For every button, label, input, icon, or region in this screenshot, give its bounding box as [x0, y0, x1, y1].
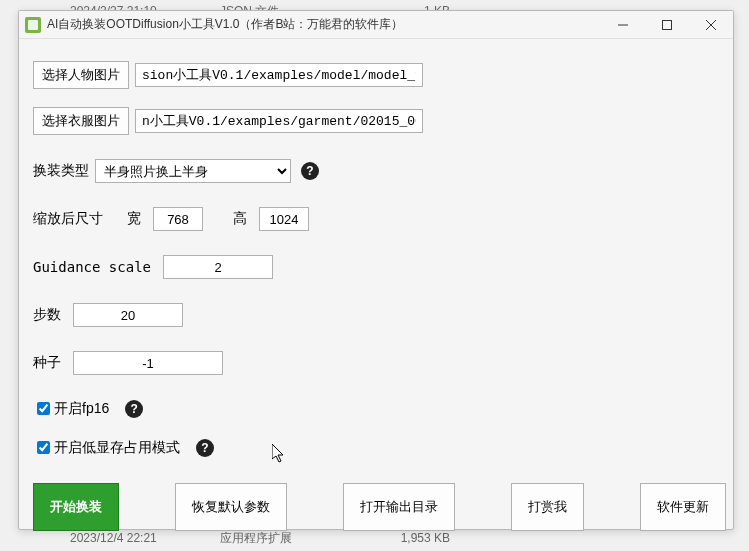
seed-label: 种子	[33, 354, 61, 372]
close-icon	[706, 20, 716, 30]
guidance-label: Guidance scale	[33, 259, 151, 275]
window-title: AI自动换装OOTDiffusion小工具V1.0（作者B站：万能君的软件库）	[47, 16, 601, 33]
height-input[interactable]	[259, 207, 309, 231]
open-output-button[interactable]: 打开输出目录	[343, 483, 455, 531]
svg-rect-1	[663, 20, 672, 29]
app-window: AI自动换装OOTDiffusion小工具V1.0（作者B站：万能君的软件库） …	[18, 10, 734, 530]
donate-button[interactable]: 打赏我	[511, 483, 584, 531]
select-garment-button[interactable]: 选择衣服图片	[33, 107, 129, 135]
type-label: 换装类型	[33, 162, 89, 180]
row-select-garment: 选择衣服图片	[33, 107, 719, 135]
action-row: 开始换装 恢复默认参数 打开输出目录 打赏我 软件更新	[33, 483, 719, 531]
minimize-icon	[618, 20, 628, 30]
row-seed: 种子	[33, 351, 719, 375]
row-guidance: Guidance scale	[33, 255, 719, 279]
close-button[interactable]	[689, 11, 733, 39]
row-steps: 步数	[33, 303, 719, 327]
size-label: 缩放后尺寸	[33, 210, 103, 228]
row-fp16: 开启fp16 ?	[33, 399, 719, 418]
person-path-input[interactable]	[135, 63, 423, 87]
row-type: 换装类型 半身照片换上半身 ?	[33, 159, 719, 183]
width-label: 宽	[127, 210, 141, 228]
row-lowmem: 开启低显存占用模式 ?	[33, 438, 719, 457]
app-icon	[25, 17, 41, 33]
help-icon[interactable]: ?	[196, 439, 214, 457]
type-select[interactable]: 半身照片换上半身	[95, 159, 291, 183]
lowmem-label: 开启低显存占用模式	[54, 439, 180, 457]
content-area: 选择人物图片 选择衣服图片 换装类型 半身照片换上半身 ? 缩放后尺寸 宽 高 …	[19, 39, 733, 545]
steps-input[interactable]	[73, 303, 183, 327]
lowmem-checkbox[interactable]	[37, 441, 50, 454]
width-input[interactable]	[153, 207, 203, 231]
help-icon[interactable]: ?	[125, 400, 143, 418]
row-select-person: 选择人物图片	[33, 61, 719, 89]
select-person-button[interactable]: 选择人物图片	[33, 61, 129, 89]
minimize-button[interactable]	[601, 11, 645, 39]
fp16-label: 开启fp16	[54, 400, 109, 418]
fp16-checkbox[interactable]	[37, 402, 50, 415]
steps-label: 步数	[33, 306, 61, 324]
garment-path-input[interactable]	[135, 109, 423, 133]
titlebar[interactable]: AI自动换装OOTDiffusion小工具V1.0（作者B站：万能君的软件库）	[19, 11, 733, 39]
help-icon[interactable]: ?	[301, 162, 319, 180]
start-button[interactable]: 开始换装	[33, 483, 119, 531]
seed-input[interactable]	[73, 351, 223, 375]
guidance-input[interactable]	[163, 255, 273, 279]
maximize-icon	[662, 20, 672, 30]
maximize-button[interactable]	[645, 11, 689, 39]
reset-button[interactable]: 恢复默认参数	[175, 483, 287, 531]
update-button[interactable]: 软件更新	[640, 483, 726, 531]
height-label: 高	[233, 210, 247, 228]
row-size: 缩放后尺寸 宽 高	[33, 207, 719, 231]
